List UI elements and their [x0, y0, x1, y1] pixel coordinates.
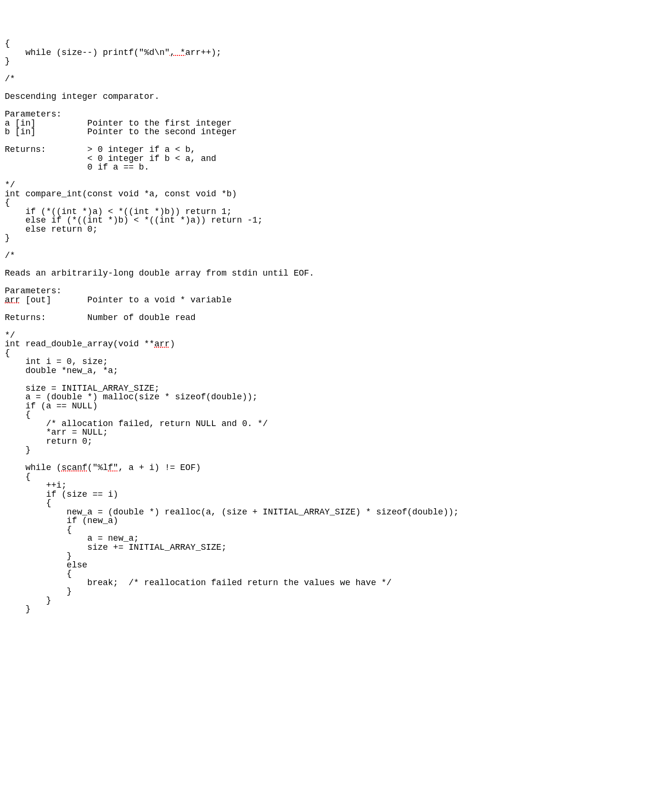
code-line — [5, 66, 653, 75]
code-line: else return 0; — [5, 225, 653, 234]
code-line — [5, 322, 653, 331]
code-line: else — [5, 561, 653, 570]
code-line: Descending integer comparator. — [5, 92, 653, 101]
code-line — [5, 172, 653, 181]
code-line: b [in] Pointer to the second integer — [5, 128, 653, 137]
code-line — [5, 304, 653, 313]
code-line: return 0; — [5, 437, 653, 446]
spell-error-word: arr — [5, 295, 20, 305]
code-line — [5, 278, 653, 287]
code-line: /* — [5, 75, 653, 84]
code-line — [5, 84, 653, 93]
code-line: Returns: > 0 integer if a < b, — [5, 145, 653, 154]
code-line — [5, 137, 653, 146]
code-line: arr [out] Pointer to a void * variable — [5, 296, 653, 305]
code-line: int i = 0, size; — [5, 357, 653, 366]
code-line: size += INITIAL_ARRAY_SIZE; — [5, 543, 653, 552]
code-line: break; /* reallocation failed return the… — [5, 578, 653, 588]
code-editor-content[interactable]: { while (size--) printf("%d\n", *arr++);… — [5, 39, 653, 614]
code-line: { — [5, 499, 653, 508]
code-line — [5, 260, 653, 269]
code-line: if (*((int *)a) < *((int *)b)) return 1; — [5, 207, 653, 216]
code-line: { — [5, 525, 653, 534]
code-line — [5, 101, 653, 110]
code-line: int compare_int(const void *a, const voi… — [5, 190, 653, 199]
code-line: } — [5, 57, 653, 66]
code-line: double *new_a, *a; — [5, 366, 653, 375]
code-line: a = new_a; — [5, 534, 653, 543]
code-line: } — [5, 446, 653, 455]
code-line: 0 if a == b. — [5, 163, 653, 172]
code-line: { — [5, 410, 653, 419]
code-line: a [in] Pointer to the first integer — [5, 119, 653, 128]
code-line: } — [5, 605, 653, 614]
code-line: { — [5, 198, 653, 207]
code-line: else if (*((int *)b) < *((int *)a)) retu… — [5, 216, 653, 225]
code-line: } — [5, 234, 653, 243]
spell-error-word: scanf — [62, 463, 87, 472]
code-line: *arr = NULL; — [5, 428, 653, 437]
code-line: */ — [5, 331, 653, 340]
spell-error-word: , * — [170, 48, 185, 57]
code-line: while (size--) printf("%d\n", *arr++); — [5, 48, 653, 57]
code-line: int read_double_array(void **arr) — [5, 340, 653, 349]
code-line: if (new_a) — [5, 516, 653, 525]
code-line: */ — [5, 181, 653, 190]
code-line: Parameters: — [5, 110, 653, 119]
code-line: Reads an arbitrarily-long double array f… — [5, 269, 653, 278]
code-line: { — [5, 569, 653, 578]
code-line: { — [5, 472, 653, 481]
code-line: ++i; — [5, 481, 653, 490]
code-line: } — [5, 596, 653, 605]
code-line: { — [5, 349, 653, 358]
code-line: } — [5, 552, 653, 561]
code-line — [5, 243, 653, 252]
code-line: /* — [5, 251, 653, 260]
code-line: Returns: Number of double read — [5, 313, 653, 322]
code-line: < 0 integer if b < a, and — [5, 154, 653, 163]
code-line: } — [5, 587, 653, 596]
code-line — [5, 375, 653, 384]
code-line: Parameters: — [5, 287, 653, 296]
code-line: { — [5, 39, 653, 48]
spell-error-word: arr — [154, 339, 170, 349]
code-line: new_a = (double *) realloc(a, (size + IN… — [5, 508, 653, 517]
code-line: if (a == NULL) — [5, 402, 653, 411]
code-line: while (scanf("%lf", a + i) != EOF) — [5, 463, 653, 472]
code-line: a = (double *) malloc(size * sizeof(doub… — [5, 393, 653, 402]
code-line: /* allocation failed, return NULL and 0.… — [5, 419, 653, 428]
code-line: size = INITIAL_ARRAY_SIZE; — [5, 384, 653, 393]
spell-error-word: f" — [108, 463, 118, 472]
code-line: if (size == i) — [5, 490, 653, 499]
code-line — [5, 455, 653, 464]
